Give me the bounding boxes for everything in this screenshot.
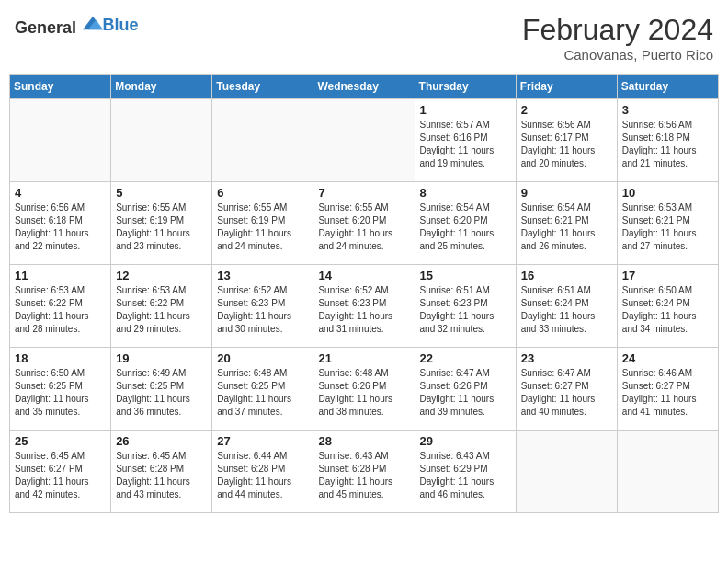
- calendar-cell: 16Sunrise: 6:51 AM Sunset: 6:24 PM Dayli…: [516, 265, 617, 348]
- calendar-cell: 20Sunrise: 6:48 AM Sunset: 6:25 PM Dayli…: [212, 348, 313, 431]
- logo: General Blue: [15, 13, 139, 38]
- day-number: 23: [521, 351, 612, 365]
- calendar-week-row: 1Sunrise: 6:57 AM Sunset: 6:16 PM Daylig…: [10, 99, 719, 182]
- day-detail: Sunrise: 6:52 AM Sunset: 6:23 PM Dayligh…: [318, 284, 409, 336]
- logo-blue: Blue: [103, 16, 139, 34]
- calendar-cell: 5Sunrise: 6:55 AM Sunset: 6:19 PM Daylig…: [111, 182, 212, 265]
- day-number: 22: [420, 351, 511, 365]
- day-detail: Sunrise: 6:43 AM Sunset: 6:28 PM Dayligh…: [318, 450, 409, 501]
- day-number: 10: [622, 186, 713, 200]
- day-detail: Sunrise: 6:46 AM Sunset: 6:27 PM Dayligh…: [622, 367, 713, 419]
- day-of-week-header: Friday: [516, 75, 617, 99]
- calendar-cell: 11Sunrise: 6:53 AM Sunset: 6:22 PM Dayli…: [10, 265, 111, 348]
- day-number: 21: [318, 351, 409, 365]
- page-header: General Blue February 2024 Canovanas, Pu…: [9, 9, 719, 66]
- day-detail: Sunrise: 6:54 AM Sunset: 6:21 PM Dayligh…: [521, 201, 612, 253]
- day-number: 26: [116, 434, 207, 448]
- day-detail: Sunrise: 6:53 AM Sunset: 6:22 PM Dayligh…: [15, 284, 106, 336]
- day-number: 27: [217, 434, 308, 448]
- calendar-cell: 29Sunrise: 6:43 AM Sunset: 6:29 PM Dayli…: [415, 431, 516, 513]
- day-number: 2: [521, 103, 612, 117]
- day-detail: Sunrise: 6:45 AM Sunset: 6:28 PM Dayligh…: [116, 450, 207, 501]
- day-number: 1: [420, 103, 511, 117]
- day-of-week-header: Monday: [111, 75, 212, 99]
- day-detail: Sunrise: 6:49 AM Sunset: 6:25 PM Dayligh…: [116, 367, 207, 419]
- day-detail: Sunrise: 6:52 AM Sunset: 6:23 PM Dayligh…: [217, 284, 308, 336]
- calendar-cell: [212, 99, 313, 182]
- day-of-week-header: Saturday: [617, 75, 718, 99]
- day-number: 29: [420, 434, 511, 448]
- calendar-cell: 12Sunrise: 6:53 AM Sunset: 6:22 PM Dayli…: [111, 265, 212, 348]
- calendar-cell: 25Sunrise: 6:45 AM Sunset: 6:27 PM Dayli…: [10, 431, 111, 513]
- day-detail: Sunrise: 6:47 AM Sunset: 6:27 PM Dayligh…: [521, 367, 612, 419]
- calendar-cell: 9Sunrise: 6:54 AM Sunset: 6:21 PM Daylig…: [516, 182, 617, 265]
- calendar-cell: [617, 431, 718, 513]
- calendar-cell: 24Sunrise: 6:46 AM Sunset: 6:27 PM Dayli…: [617, 348, 718, 431]
- calendar-cell: 17Sunrise: 6:50 AM Sunset: 6:24 PM Dayli…: [617, 265, 718, 348]
- calendar-cell: 22Sunrise: 6:47 AM Sunset: 6:26 PM Dayli…: [415, 348, 516, 431]
- day-of-week-header: Sunday: [10, 75, 111, 99]
- calendar-cell: [516, 431, 617, 513]
- day-detail: Sunrise: 6:53 AM Sunset: 6:21 PM Dayligh…: [622, 201, 713, 253]
- calendar-subtitle: Canovanas, Puerto Rico: [522, 47, 713, 63]
- day-number: 24: [622, 351, 713, 365]
- day-number: 3: [622, 103, 713, 117]
- day-number: 14: [318, 269, 409, 282]
- day-detail: Sunrise: 6:43 AM Sunset: 6:29 PM Dayligh…: [420, 450, 511, 501]
- day-detail: Sunrise: 6:55 AM Sunset: 6:19 PM Dayligh…: [116, 201, 207, 253]
- logo-general: General: [15, 18, 76, 37]
- day-number: 15: [420, 269, 511, 282]
- calendar-table: SundayMondayTuesdayWednesdayThursdayFrid…: [9, 74, 719, 513]
- day-number: 7: [318, 186, 409, 200]
- day-number: 17: [622, 269, 713, 282]
- calendar-cell: 21Sunrise: 6:48 AM Sunset: 6:26 PM Dayli…: [313, 348, 415, 431]
- day-of-week-header: Wednesday: [313, 75, 415, 99]
- day-detail: Sunrise: 6:54 AM Sunset: 6:20 PM Dayligh…: [420, 201, 511, 253]
- logo-icon: [83, 13, 103, 33]
- calendar-cell: 6Sunrise: 6:55 AM Sunset: 6:19 PM Daylig…: [212, 182, 313, 265]
- day-detail: Sunrise: 6:50 AM Sunset: 6:25 PM Dayligh…: [15, 367, 106, 419]
- calendar-cell: [10, 99, 111, 182]
- calendar-cell: 28Sunrise: 6:43 AM Sunset: 6:28 PM Dayli…: [313, 431, 415, 513]
- day-number: 18: [15, 351, 106, 365]
- day-number: 19: [116, 351, 207, 365]
- day-detail: Sunrise: 6:47 AM Sunset: 6:26 PM Dayligh…: [420, 367, 511, 419]
- day-number: 6: [217, 186, 308, 200]
- day-detail: Sunrise: 6:53 AM Sunset: 6:22 PM Dayligh…: [116, 284, 207, 336]
- calendar-title: February 2024: [522, 13, 713, 47]
- day-detail: Sunrise: 6:55 AM Sunset: 6:20 PM Dayligh…: [318, 201, 409, 253]
- day-detail: Sunrise: 6:56 AM Sunset: 6:17 PM Dayligh…: [521, 119, 612, 170]
- day-of-week-header: Tuesday: [212, 75, 313, 99]
- day-detail: Sunrise: 6:51 AM Sunset: 6:23 PM Dayligh…: [420, 284, 511, 336]
- calendar-cell: [313, 99, 415, 182]
- day-number: 4: [15, 186, 106, 200]
- day-detail: Sunrise: 6:56 AM Sunset: 6:18 PM Dayligh…: [622, 119, 713, 170]
- day-of-week-header: Thursday: [415, 75, 516, 99]
- calendar-cell: 19Sunrise: 6:49 AM Sunset: 6:25 PM Dayli…: [111, 348, 212, 431]
- calendar-cell: 13Sunrise: 6:52 AM Sunset: 6:23 PM Dayli…: [212, 265, 313, 348]
- day-detail: Sunrise: 6:45 AM Sunset: 6:27 PM Dayligh…: [15, 450, 106, 501]
- calendar-week-row: 25Sunrise: 6:45 AM Sunset: 6:27 PM Dayli…: [10, 431, 719, 513]
- day-number: 25: [15, 434, 106, 448]
- calendar-week-row: 11Sunrise: 6:53 AM Sunset: 6:22 PM Dayli…: [10, 265, 719, 348]
- calendar-cell: 1Sunrise: 6:57 AM Sunset: 6:16 PM Daylig…: [415, 99, 516, 182]
- day-number: 13: [217, 269, 308, 282]
- calendar-cell: 23Sunrise: 6:47 AM Sunset: 6:27 PM Dayli…: [516, 348, 617, 431]
- calendar-cell: [111, 99, 212, 182]
- day-detail: Sunrise: 6:48 AM Sunset: 6:25 PM Dayligh…: [217, 367, 308, 419]
- day-detail: Sunrise: 6:44 AM Sunset: 6:28 PM Dayligh…: [217, 450, 308, 501]
- calendar-cell: 14Sunrise: 6:52 AM Sunset: 6:23 PM Dayli…: [313, 265, 415, 348]
- day-number: 16: [521, 269, 612, 282]
- day-detail: Sunrise: 6:56 AM Sunset: 6:18 PM Dayligh…: [15, 201, 106, 253]
- day-number: 5: [116, 186, 207, 200]
- day-detail: Sunrise: 6:50 AM Sunset: 6:24 PM Dayligh…: [622, 284, 713, 336]
- day-detail: Sunrise: 6:48 AM Sunset: 6:26 PM Dayligh…: [318, 367, 409, 419]
- calendar-week-row: 18Sunrise: 6:50 AM Sunset: 6:25 PM Dayli…: [10, 348, 719, 431]
- day-number: 8: [420, 186, 511, 200]
- day-detail: Sunrise: 6:57 AM Sunset: 6:16 PM Dayligh…: [420, 119, 511, 170]
- calendar-cell: 2Sunrise: 6:56 AM Sunset: 6:17 PM Daylig…: [516, 99, 617, 182]
- calendar-cell: 18Sunrise: 6:50 AM Sunset: 6:25 PM Dayli…: [10, 348, 111, 431]
- day-detail: Sunrise: 6:55 AM Sunset: 6:19 PM Dayligh…: [217, 201, 308, 253]
- calendar-week-row: 4Sunrise: 6:56 AM Sunset: 6:18 PM Daylig…: [10, 182, 719, 265]
- calendar-cell: 3Sunrise: 6:56 AM Sunset: 6:18 PM Daylig…: [617, 99, 718, 182]
